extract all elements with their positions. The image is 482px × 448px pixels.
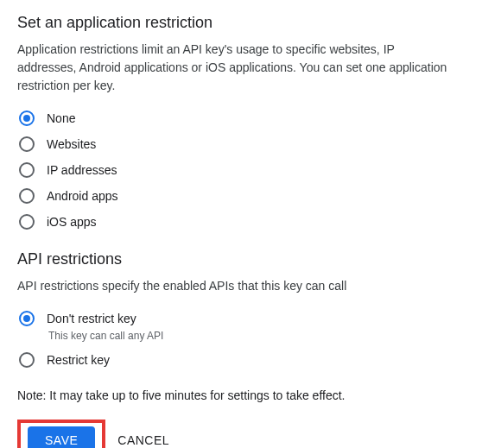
radio-label: None (47, 111, 75, 125)
radio-label: Android apps (47, 189, 118, 203)
save-highlight: SAVE (17, 420, 105, 448)
radio-ios-apps[interactable]: iOS apps (19, 214, 465, 230)
app-restriction-radio-group: None Websites IP addresses Android apps … (17, 110, 465, 230)
settings-note: Note: It may take up to five minutes for… (17, 388, 465, 402)
radio-label: iOS apps (47, 215, 97, 229)
api-restriction-description: API restrictions specify the enabled API… (17, 277, 449, 295)
radio-android-apps[interactable]: Android apps (19, 188, 465, 204)
radio-ip-addresses[interactable]: IP addresses (19, 162, 465, 178)
api-restriction-title: API restrictions (17, 250, 465, 268)
button-row: SAVE CANCEL (17, 420, 465, 448)
radio-label: IP addresses (47, 163, 117, 177)
save-button[interactable]: SAVE (28, 426, 95, 448)
app-restriction-description: Application restrictions limit an API ke… (17, 41, 449, 95)
radio-icon (19, 188, 35, 204)
radio-restrict-key[interactable]: Restrict key (19, 352, 465, 368)
radio-icon (19, 214, 35, 230)
radio-icon (19, 352, 35, 368)
api-restriction-radio-group: Don't restrict key This key can call any… (17, 311, 465, 368)
radio-icon (19, 110, 35, 126)
radio-icon (19, 162, 35, 178)
radio-icon (19, 311, 35, 326)
radio-label: Restrict key (47, 353, 110, 367)
cancel-button[interactable]: CANCEL (117, 433, 169, 447)
radio-dont-restrict-key[interactable]: Don't restrict key (19, 311, 465, 326)
radio-label: Don't restrict key (47, 312, 136, 325)
app-restriction-title: Set an application restriction (17, 14, 465, 32)
radio-websites[interactable]: Websites (19, 136, 465, 152)
radio-none[interactable]: None (19, 110, 465, 126)
radio-icon (19, 136, 35, 152)
radio-sublabel: This key can call any API (48, 330, 465, 342)
radio-label: Websites (47, 137, 96, 151)
